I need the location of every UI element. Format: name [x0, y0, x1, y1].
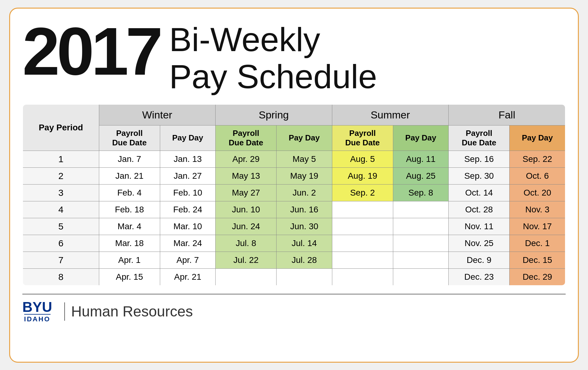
footer: BYU IDAHO Human Resources	[22, 294, 566, 323]
table-cell: Apr. 29	[216, 151, 277, 167]
schedule-title: Bi-Weekly Pay Schedule	[169, 18, 377, 95]
year-text: 2017	[22, 18, 160, 85]
fall-payroll-header: PayrollDue Date	[449, 125, 510, 151]
fall-season-header: Fall	[449, 104, 565, 125]
spring-season-header: Spring	[216, 104, 332, 125]
table-cell: May 27	[216, 184, 277, 201]
table-cell: Mar. 10	[160, 218, 215, 235]
table-cell: Nov. 17	[510, 218, 565, 235]
table-cell: 5	[23, 218, 99, 235]
schedule-table: Pay Period Winter Spring Summer Fall Pay…	[22, 104, 566, 286]
table-cell: Apr. 21	[160, 268, 215, 286]
col-header-row: PayrollDue Date Pay Day PayrollDue Date …	[23, 125, 565, 151]
table-cell	[393, 268, 448, 286]
table-cell: Feb. 24	[160, 201, 215, 218]
pay-period-col-header: Pay Period	[23, 104, 99, 151]
table-cell: Aug. 11	[393, 151, 448, 167]
table-cell	[332, 252, 393, 268]
table-cell: Jan. 7	[99, 151, 160, 167]
winter-payroll-header: PayrollDue Date	[99, 125, 160, 151]
table-cell: May 13	[216, 167, 277, 184]
table-cell: Apr. 7	[160, 252, 215, 268]
table-cell: Dec. 1	[510, 235, 565, 252]
table-row: 4Feb. 18Feb. 24Jun. 10Jun. 16Oct. 28Nov.…	[23, 201, 565, 218]
spring-payday-header: Pay Day	[277, 125, 332, 151]
byu-logo: BYU IDAHO	[22, 300, 52, 323]
table-cell: Sep. 2	[332, 184, 393, 201]
summer-season-header: Summer	[332, 104, 449, 125]
header: 2017 Bi-Weekly Pay Schedule	[22, 18, 566, 95]
table-row: 1Jan. 7Jan. 13Apr. 29May 5Aug. 5Aug. 11S…	[23, 151, 565, 167]
table-cell: Jul. 14	[277, 235, 332, 252]
table-cell: Feb. 18	[99, 201, 160, 218]
table-cell	[332, 268, 393, 286]
table-cell: 8	[23, 268, 99, 286]
title-line1: Bi-Weekly	[169, 21, 320, 58]
schedule-tbody: 1Jan. 7Jan. 13Apr. 29May 5Aug. 5Aug. 11S…	[23, 151, 565, 286]
table-cell: Aug. 5	[332, 151, 393, 167]
table-cell: Jan. 27	[160, 167, 215, 184]
table-cell: Jun. 16	[277, 201, 332, 218]
table-cell: Jan. 13	[160, 151, 215, 167]
table-cell: Jan. 21	[99, 167, 160, 184]
table-cell	[332, 201, 393, 218]
table-cell: Sep. 8	[393, 184, 448, 201]
table-cell: May 5	[277, 151, 332, 167]
table-cell: Jun. 30	[277, 218, 332, 235]
byu-text: BYU	[22, 300, 52, 314]
table-cell: 1	[23, 151, 99, 167]
table-cell: Apr. 1	[99, 252, 160, 268]
table-cell: Jun. 24	[216, 218, 277, 235]
table-cell: Sep. 16	[449, 151, 510, 167]
table-cell	[393, 252, 448, 268]
table-cell: Mar. 18	[99, 235, 160, 252]
summer-payday-header: Pay Day	[393, 125, 448, 151]
table-cell: Aug. 19	[332, 167, 393, 184]
table-cell	[277, 268, 332, 286]
table-cell: Feb. 4	[99, 184, 160, 201]
table-cell: Nov. 3	[510, 201, 565, 218]
table-cell: 2	[23, 167, 99, 184]
fall-payday-header: Pay Day	[510, 125, 565, 151]
table-row: 3Feb. 4Feb. 10May 27Jun. 2Sep. 2Sep. 8Oc…	[23, 184, 565, 201]
table-cell: Oct. 14	[449, 184, 510, 201]
table-cell: Sep. 30	[449, 167, 510, 184]
table-cell: Apr. 15	[99, 268, 160, 286]
table-cell: Dec. 9	[449, 252, 510, 268]
table-cell	[332, 218, 393, 235]
table-cell: Jul. 8	[216, 235, 277, 252]
table-cell: 3	[23, 184, 99, 201]
table-cell: Sep. 22	[510, 151, 565, 167]
table-cell: Aug. 25	[393, 167, 448, 184]
season-header-row: Pay Period Winter Spring Summer Fall	[23, 104, 565, 125]
table-cell: Jul. 22	[216, 252, 277, 268]
title-line2: Pay Schedule	[169, 58, 377, 95]
table-cell: Oct. 20	[510, 184, 565, 201]
table-cell: 4	[23, 201, 99, 218]
winter-season-header: Winter	[99, 104, 216, 125]
table-cell: May 19	[277, 167, 332, 184]
table-cell: Jun. 2	[277, 184, 332, 201]
summer-payroll-header: PayrollDue Date	[332, 125, 393, 151]
table-cell	[393, 201, 448, 218]
table-cell	[393, 235, 448, 252]
idaho-text: IDAHO	[24, 314, 51, 323]
table-cell: Oct. 28	[449, 201, 510, 218]
table-cell	[393, 218, 448, 235]
table-cell: Nov. 11	[449, 218, 510, 235]
table-cell: Jul. 28	[277, 252, 332, 268]
table-cell: Nov. 25	[449, 235, 510, 252]
table-row: 8Apr. 15Apr. 21Dec. 23Dec. 29	[23, 268, 565, 286]
table-cell: Mar. 4	[99, 218, 160, 235]
hr-department-text: Human Resources	[71, 303, 193, 320]
table-cell: Mar. 24	[160, 235, 215, 252]
table-cell	[216, 268, 277, 286]
table-cell: 7	[23, 252, 99, 268]
table-cell: Dec. 15	[510, 252, 565, 268]
table-row: 2Jan. 21Jan. 27May 13May 19Aug. 19Aug. 2…	[23, 167, 565, 184]
table-cell: Feb. 10	[160, 184, 215, 201]
table-row: 5Mar. 4Mar. 10Jun. 24Jun. 30Nov. 11Nov. …	[23, 218, 565, 235]
table-cell: Jun. 10	[216, 201, 277, 218]
table-cell: Dec. 23	[449, 268, 510, 286]
winter-payday-header: Pay Day	[160, 125, 215, 151]
